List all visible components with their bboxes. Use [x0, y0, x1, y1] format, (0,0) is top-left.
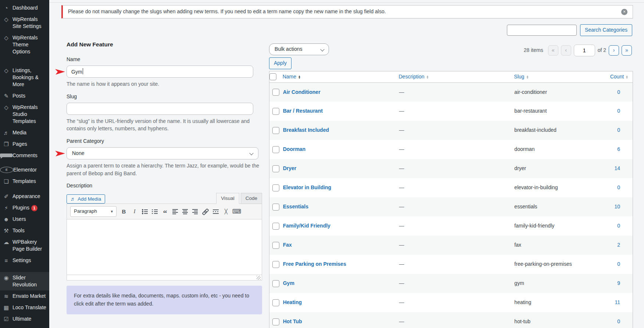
sidebar-item[interactable]: ◇ WpRentals Site Settings [0, 14, 49, 32]
row-checkbox[interactable] [272, 242, 279, 249]
sidebar-item[interactable]: ☁ WPBakery Page Builder [0, 236, 49, 255]
feature-count-link[interactable]: 0 [617, 108, 620, 114]
select-all-checkbox[interactable] [269, 73, 276, 80]
sidebar-item[interactable]: ❐ Pages [0, 138, 49, 150]
tab-code[interactable]: Code [241, 193, 262, 204]
feature-description-cell: — [398, 197, 514, 216]
sidebar-item[interactable]: ✐ Appearance [0, 191, 49, 202]
feature-count-link[interactable]: 0 [617, 318, 620, 324]
add-feature-form: Add New Feature Name The name is how it … [67, 40, 262, 328]
search-input[interactable] [507, 25, 577, 36]
tab-visual[interactable]: Visual [216, 193, 239, 204]
bold-button[interactable]: B [121, 208, 127, 215]
feature-name-link[interactable]: Heating [283, 299, 302, 305]
sidebar-item[interactable]: ◇ WpRentals Studio Templates [0, 102, 49, 127]
sidebar-item[interactable]: ☑ Ultimate [0, 313, 49, 325]
editor-content-area[interactable] [67, 219, 262, 275]
sidebar-item[interactable]: ✎ Posts [0, 90, 49, 102]
column-sort-link[interactable]: Count ▲▼ [610, 73, 628, 81]
slug-label: Slug [67, 93, 262, 100]
feature-name-link[interactable]: Air Conditioner [283, 89, 321, 95]
feature-name-link[interactable]: Free Parking on Premises [283, 261, 346, 267]
feature-name-link[interactable]: Essentials [283, 204, 308, 209]
italic-button[interactable]: I [131, 208, 138, 215]
feature-name-link[interactable]: Family/Kid Friendly [283, 223, 330, 229]
feature-count-link[interactable]: 0 [617, 89, 620, 95]
sidebar-item-label: Settings [12, 257, 47, 264]
add-media-button[interactable]: ♬ Add Media [67, 194, 105, 204]
feature-description-cell: — [398, 121, 514, 140]
feature-name-link[interactable]: Gym [283, 280, 294, 286]
sidebar-item[interactable]: ▦ Loco Translate [0, 302, 49, 313]
row-checkbox[interactable] [272, 108, 279, 115]
sidebar-item[interactable]: ♬ Media [0, 127, 49, 138]
sidebar-item[interactable]: ◔ Dashboard [0, 2, 49, 14]
search-categories-button[interactable]: Search Categories [580, 24, 632, 36]
sidebar-item[interactable]: ⚒ Tools [0, 225, 49, 236]
bulk-actions-select[interactable]: Bulk actions [269, 43, 329, 55]
column-sort-link[interactable]: Name ▲▼ [283, 73, 301, 81]
feature-name-link[interactable]: Dryer [283, 165, 297, 171]
row-checkbox[interactable] [272, 127, 279, 134]
feature-count-link[interactable]: 0 [617, 261, 620, 267]
row-checkbox[interactable] [272, 184, 279, 191]
name-input[interactable] [67, 66, 253, 78]
feature-name-link[interactable]: Fax [283, 242, 292, 248]
row-checkbox[interactable] [272, 223, 279, 230]
sidebar-item[interactable]: ◇ Listings, Bookings & More [0, 65, 49, 90]
row-checkbox[interactable] [272, 146, 279, 153]
row-checkbox[interactable] [272, 299, 279, 306]
feature-name-link[interactable]: Bar / Restaurant [283, 108, 323, 114]
feature-name-link[interactable]: Doorman [283, 146, 305, 152]
editor-status-bar [67, 275, 262, 280]
dismiss-notice-icon[interactable]: × [621, 9, 627, 15]
column-sort-link[interactable]: Slug ▲▼ [514, 73, 529, 81]
feature-count-link[interactable]: 0 [617, 127, 620, 133]
link-button[interactable] [202, 209, 209, 214]
feature-count-link[interactable]: 0 [617, 223, 620, 229]
row-checkbox[interactable] [272, 261, 279, 268]
align-center-button[interactable] [182, 209, 188, 215]
feature-row: Gym — gym 9 [269, 274, 633, 293]
align-left-button[interactable] [172, 209, 178, 215]
row-checkbox[interactable] [272, 204, 279, 211]
row-checkbox[interactable] [272, 318, 279, 325]
feature-count-link[interactable]: 2 [617, 242, 620, 248]
parent-category-select[interactable]: None [67, 147, 258, 159]
sidebar-item[interactable]: ⚡ Plugins1 [0, 202, 49, 214]
more-tag-button[interactable] [213, 209, 219, 215]
sidebar-item[interactable]: ≋ Envato Market [0, 290, 49, 302]
sidebar-item[interactable]: ☻ Users [0, 214, 49, 225]
sidebar-item[interactable]: Elementor [0, 164, 49, 176]
numbered-list-button[interactable] [152, 209, 158, 215]
feature-count-link[interactable]: 9 [617, 280, 620, 286]
row-checkbox[interactable] [272, 165, 279, 172]
feature-count-link[interactable]: 0 [617, 184, 620, 190]
align-right-button[interactable] [192, 209, 198, 215]
apply-button[interactable]: Apply [269, 57, 291, 69]
feature-name-link[interactable]: Breakfast Included [283, 127, 329, 133]
fullscreen-button[interactable]: ╳ [223, 208, 229, 215]
feature-count-link[interactable]: 11 [615, 299, 620, 305]
resize-grip-icon[interactable] [257, 276, 261, 280]
slug-input[interactable] [67, 103, 253, 115]
sidebar-item[interactable]: ❏ Templates [0, 176, 49, 187]
row-checkbox[interactable] [272, 280, 279, 287]
sidebar-item[interactable]: ◉ Slider Revolution [0, 272, 49, 290]
sidebar-item[interactable]: Comments [0, 150, 49, 161]
sidebar-item[interactable]: ≡ Settings [0, 255, 49, 266]
feature-count-link[interactable]: 14 [614, 165, 620, 171]
blockquote-button[interactable]: “ [162, 207, 168, 216]
keyboard-shortcuts-button[interactable]: ⌨ [233, 208, 240, 215]
feature-name-link[interactable]: Elevator in Building [283, 184, 331, 190]
bulleted-list-button[interactable] [142, 209, 148, 215]
paragraph-format-select[interactable]: Paragraph ▾ [70, 206, 117, 217]
feature-name-link[interactable]: Hot Tub [283, 318, 302, 324]
feature-count-link[interactable]: 6 [617, 146, 620, 152]
sidebar-item[interactable]: ◇ WpRentals Theme Options [0, 32, 49, 57]
feature-count-link[interactable]: 10 [614, 204, 620, 209]
features-table-wrap: Name ▲▼ Description ▲▼ [269, 71, 633, 328]
column-sort-link[interactable]: Description ▲▼ [398, 73, 429, 81]
row-checkbox[interactable] [272, 89, 279, 96]
feature-row: Heating — heating 11 [269, 293, 633, 312]
